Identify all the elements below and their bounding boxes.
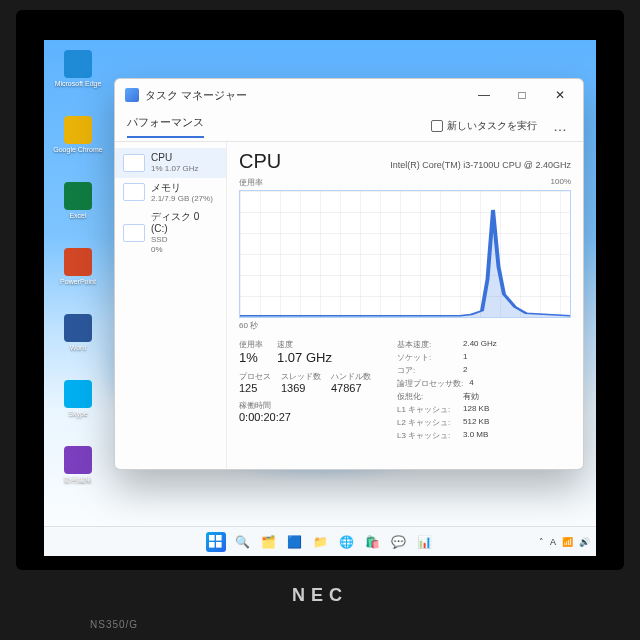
icon-label: Skype [68,410,87,418]
speed-val: 1.07 GHz [277,350,332,365]
minimize-button[interactable]: — [465,81,503,109]
thr-val: 1369 [281,382,321,394]
sidebar: CPU 1% 1.07 GHz メモリ 2.1/7.9 GB (27%) ディス… [115,142,227,469]
desktop-icon[interactable]: Word [50,314,106,374]
thumb-icon [123,154,145,172]
taskbar[interactable]: 🔍 🗂️ 🟦 📁 🌐 🛍️ 💬 📊 ˄ A 📶 🔊 [44,526,596,556]
app-icon [64,50,92,78]
system-tray[interactable]: ˄ A 📶 🔊 [539,537,590,547]
taskmgr-taskbar-icon[interactable]: 📊 [414,532,434,552]
uptime-lbl: 稼働時間 [239,400,371,411]
spec-value: 4 [469,378,473,389]
spec-value: 3.0 MB [463,430,488,441]
hnd-val: 47867 [331,382,371,394]
monitor-frame: Microsoft Edge Google Chrome Excel Power… [0,0,640,640]
explorer-icon[interactable]: 📁 [310,532,330,552]
ymax-label: 100% [551,177,571,188]
tab-performance[interactable]: パフォーマンス [127,115,204,138]
edge-icon[interactable]: 🌐 [336,532,356,552]
desktop-icon[interactable]: Microsoft Edge [50,50,106,110]
maximize-button[interactable]: □ [503,81,541,109]
spec-value: 2.40 GHz [463,339,497,350]
desktop: Microsoft Edge Google Chrome Excel Power… [44,40,596,556]
titlebar[interactable]: タスク マネージャー — □ ✕ [115,79,583,111]
xaxis-label: 60 秒 [239,320,571,331]
svg-rect-3 [216,542,222,548]
toolbar: パフォーマンス 新しいタスクを実行 … [115,111,583,141]
spec-value: 2 [463,365,467,376]
spec-row: ソケット:1 [397,352,497,363]
usage-label: 使用率 [239,177,263,188]
spec-key: 基本速度: [397,339,457,350]
cpu-stats: 使用率 1% 速度 1.07 GHz [239,339,571,441]
svg-rect-0 [209,535,215,541]
spec-key: L2 キャッシュ: [397,417,457,428]
icon-label: Microsoft Edge [55,80,102,88]
sidebar-item-sub: 2.1/7.9 GB (27%) [151,194,213,204]
svg-rect-2 [209,542,215,548]
cpu-header: CPU Intel(R) Core(TM) i3-7100U CPU @ 2.4… [239,150,571,173]
sidebar-item-name: メモリ [151,182,213,194]
search-icon[interactable]: 🔍 [232,532,252,552]
icon-label: Google Chrome [53,146,102,154]
sidebar-item-name: ディスク 0 (C:) [151,211,218,235]
taskview-icon[interactable]: 🗂️ [258,532,278,552]
icon-label: Word [70,344,87,352]
chat-icon[interactable]: 💬 [388,532,408,552]
screen-bezel: Microsoft Edge Google Chrome Excel Power… [16,10,624,570]
sidebar-item-ディスク 0 (c:)[interactable]: ディスク 0 (C:) SSD0% [115,207,226,258]
start-button[interactable] [206,532,226,552]
spec-value: 有効 [463,391,479,402]
thumb-icon [123,183,145,201]
close-button[interactable]: ✕ [541,81,579,109]
thumb-icon [123,224,145,242]
spec-row: L3 キャッシュ:3.0 MB [397,430,497,441]
sidebar-item-name: CPU [151,152,199,164]
desktop-icon[interactable]: Google Chrome [50,116,106,176]
desktop-icons: Microsoft Edge Google Chrome Excel Power… [50,50,106,512]
proc-lbl: プロセス [239,371,271,382]
sidebar-item-cpu[interactable]: CPU 1% 1.07 GHz [115,148,226,178]
hnd-lbl: ハンドル数 [331,371,371,382]
desktop-icon[interactable]: Skype [50,380,106,440]
spec-row: L1 キャッシュ:128 KB [397,404,497,415]
volume-icon[interactable]: 🔊 [579,537,590,547]
stats-col-right: 基本速度:2.40 GHzソケット:1コア:2論理プロセッサ数:4仮想化:有効L… [397,339,497,441]
usage-lbl: 使用率 [239,339,263,350]
monitor-brand: NEC [292,585,348,606]
sidebar-item-sub: 1% 1.07 GHz [151,164,199,174]
store-icon[interactable]: 🛍️ [362,532,382,552]
more-options-button[interactable]: … [549,118,571,134]
body: CPU 1% 1.07 GHz メモリ 2.1/7.9 GB (27%) ディス… [115,141,583,469]
icon-label: PowerPoint [60,278,96,286]
speed-lbl: 速度 [277,339,332,350]
app-icon [64,116,92,144]
app-icon [64,380,92,408]
chevron-up-icon[interactable]: ˄ [539,537,544,547]
desktop-icon[interactable]: Excel [50,182,106,242]
thr-lbl: スレッド数 [281,371,321,382]
wifi-icon[interactable]: 📶 [562,537,573,547]
desktop-icon[interactable]: PowerPoint [50,248,106,308]
svg-rect-1 [216,535,222,541]
icon-label: 動画編集 [64,476,92,484]
run-new-task-button[interactable]: 新しいタスクを実行 [431,119,537,133]
widgets-icon[interactable]: 🟦 [284,532,304,552]
desktop-icon[interactable]: 動画編集 [50,446,106,506]
spec-value: 512 KB [463,417,489,428]
spec-row: 基本速度:2.40 GHz [397,339,497,350]
spec-row: コア:2 [397,365,497,376]
spec-row: 仮想化:有効 [397,391,497,402]
spec-value: 1 [463,352,467,363]
app-icon [64,446,92,474]
spec-row: 論理プロセッサ数:4 [397,378,497,389]
app-icon [64,182,92,210]
run-task-label: 新しいタスクを実行 [447,119,537,133]
spec-key: 仮想化: [397,391,457,402]
ime-icon[interactable]: A [550,537,556,547]
spec-key: ソケット: [397,352,457,363]
proc-val: 125 [239,382,271,394]
sidebar-item-メモリ[interactable]: メモリ 2.1/7.9 GB (27%) [115,178,226,208]
spec-key: L3 キャッシュ: [397,430,457,441]
icon-label: Excel [69,212,86,220]
